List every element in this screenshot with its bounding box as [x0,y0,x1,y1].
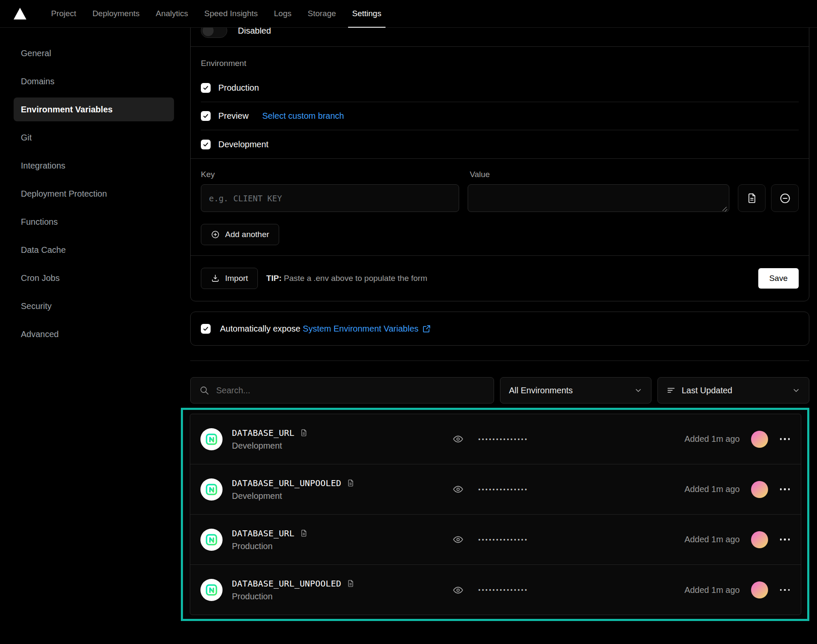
added-timestamp: Added 1m ago [684,484,740,494]
sidebar-item-security[interactable]: Security [14,294,174,318]
env-var-key: DATABASE_URL_UNPOOLED [232,578,341,589]
eye-icon[interactable] [452,433,464,445]
neon-integration-icon [200,428,223,450]
note-icon [346,478,355,488]
user-avatar [751,481,768,498]
env-var-key: DATABASE_URL_UNPOOLED [232,478,341,488]
note-icon [346,579,355,588]
search-icon [199,385,209,395]
key-value-section: Key Value [191,159,809,255]
sidebar-item-environment-variables[interactable]: Environment Variables [14,97,174,121]
tab-deployments[interactable]: Deployments [90,0,142,27]
system-env-variables-link[interactable]: System Environment Variables [303,324,431,334]
settings-sidebar: General Domains Environment Variables Gi… [14,41,174,350]
import-button[interactable]: Import [201,268,258,289]
card-footer: Import TIP: Paste a .env above to popula… [191,256,809,301]
row-actions-menu[interactable] [779,486,791,493]
value-input[interactable] [468,184,729,212]
added-timestamp: Added 1m ago [684,434,740,444]
key-label: Key [201,170,470,179]
row-identity: DATABASE_URL Development [200,428,452,451]
sidebar-item-advanced[interactable]: Advanced [14,322,174,346]
chevron-down-icon [634,386,643,395]
sort-select[interactable]: Last Updated [657,377,809,404]
search-input[interactable] [216,386,485,395]
env-var-row[interactable]: DATABASE_URL_UNPOOLED Development ••••••… [190,464,801,515]
sort-value: Last Updated [682,386,732,395]
external-link-icon [422,324,431,333]
tab-storage[interactable]: Storage [305,0,339,27]
environment-label: Environment [201,59,799,68]
sidebar-item-functions[interactable]: Functions [14,210,174,234]
environment-row-preview: Preview Select custom branch [201,102,799,130]
eye-icon[interactable] [452,484,464,495]
env-var-environment: Development [232,491,355,501]
checkbox-preview[interactable] [201,111,211,121]
value-input-wrap [468,184,729,214]
masked-value: •••••••••••••• [478,536,528,543]
select-custom-branch-link[interactable]: Select custom branch [262,111,344,121]
user-avatar [751,581,768,598]
key-input[interactable] [201,184,459,212]
note-icon [300,428,308,438]
user-avatar [751,431,768,448]
sidebar-item-deployment-protection[interactable]: Deployment Protection [14,182,174,206]
row-actions-menu[interactable] [779,587,791,594]
env-var-row[interactable]: DATABASE_URL Production •••••••••••••• A… [190,515,801,565]
user-avatar [751,531,768,548]
row-identity: DATABASE_URL Production [200,528,452,551]
filter-row: All Environments Last Updated [190,377,809,404]
expose-text: Automatically expose System Environment … [220,324,431,334]
environment-row-development: Development [201,130,799,158]
sidebar-item-git[interactable]: Git [14,126,174,149]
row-meta: Added 1m ago [684,581,791,598]
chevron-down-icon [792,386,800,395]
env-var-key: DATABASE_URL [232,528,294,538]
row-value: •••••••••••••• [452,484,528,495]
eye-icon[interactable] [452,534,464,545]
environment-filter-select[interactable]: All Environments [500,377,651,404]
import-label: Import [225,274,248,283]
paste-env-file-button[interactable] [738,184,766,212]
env-var-list: DATABASE_URL Development •••••••••••••• … [190,414,801,615]
tab-project[interactable]: Project [49,0,79,27]
neon-integration-icon [200,529,223,551]
checkbox-production[interactable] [201,83,211,93]
env-var-environment: Production [232,541,308,551]
environment-section: Environment Production Preview Select cu… [191,47,809,158]
env-var-row[interactable]: DATABASE_URL Development •••••••••••••• … [190,414,801,464]
added-timestamp: Added 1m ago [684,535,740,544]
checkbox-system-env[interactable] [201,324,211,334]
development-label: Development [218,140,269,149]
row-meta: Added 1m ago [684,531,791,548]
sidebar-item-domains[interactable]: Domains [14,69,174,93]
sidebar-item-data-cache[interactable]: Data Cache [14,238,174,262]
add-another-button[interactable]: Add another [201,224,279,245]
masked-value: •••••••••••••• [478,587,528,593]
vercel-logo-icon[interactable] [13,7,27,20]
value-label: Value [470,170,490,179]
tab-speed-insights[interactable]: Speed Insights [202,0,260,27]
tab-settings[interactable]: Settings [350,0,384,27]
eye-icon[interactable] [452,584,464,596]
environment-variables-panel: Disabled Environment Production Preview … [190,28,809,621]
env-var-key: DATABASE_URL [232,428,294,438]
env-var-environment: Production [232,592,355,601]
row-actions-menu[interactable] [779,435,791,443]
checkbox-development[interactable] [201,140,211,149]
row-value: •••••••••••••• [452,433,528,445]
tab-logs[interactable]: Logs [271,0,294,27]
remove-row-button[interactable] [771,184,799,212]
sidebar-item-integrations[interactable]: Integrations [14,154,174,177]
row-actions-menu[interactable] [779,536,791,543]
sidebar-item-cron-jobs[interactable]: Cron Jobs [14,266,174,290]
tab-analytics[interactable]: Analytics [153,0,191,27]
env-var-row[interactable]: DATABASE_URL_UNPOOLED Production •••••••… [190,565,801,615]
production-label: Production [218,83,259,93]
section-divider [190,361,809,361]
env-var-environment: Development [232,441,308,451]
sidebar-item-general[interactable]: General [14,41,174,65]
save-button[interactable]: Save [758,268,799,289]
vercel-settings-page: Project Deployments Analytics Speed Insi… [0,0,817,644]
highlight-box: DATABASE_URL Development •••••••••••••• … [181,408,809,621]
